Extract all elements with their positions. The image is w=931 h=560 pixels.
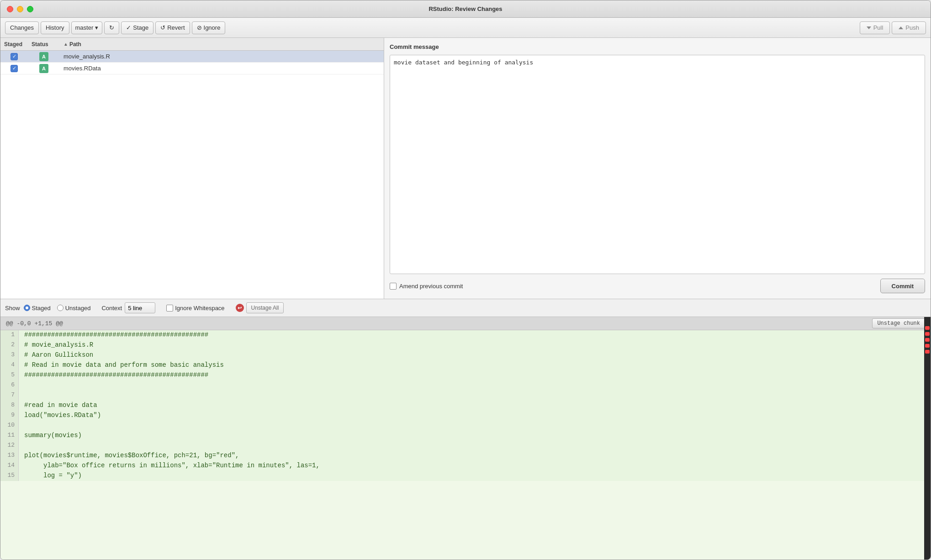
unstage-chunk-button[interactable]: Unstage chunk xyxy=(872,318,925,328)
staged-column-header: Staged xyxy=(0,41,28,48)
changes-tab[interactable]: Changes xyxy=(5,21,39,34)
diff-line: 10 xyxy=(0,421,931,431)
scroll-indicator-dot xyxy=(925,350,930,354)
branch-selector[interactable]: master ▾ xyxy=(71,21,103,34)
staged-radio[interactable]: Staged xyxy=(24,305,51,312)
staged-checkbox[interactable] xyxy=(11,53,18,60)
scroll-indicator-dot xyxy=(925,338,930,342)
scroll-indicator-dot xyxy=(925,332,930,336)
stage-checkmark-icon: ✓ xyxy=(126,24,131,31)
ignore-button[interactable]: ⊘ Ignore xyxy=(192,21,226,34)
staged-checkbox[interactable] xyxy=(11,65,18,72)
main-window: RStudio: Review Changes Changes History … xyxy=(0,0,931,560)
unstage-all-button[interactable]: Unstage All xyxy=(246,302,284,313)
staged-radio-group: Staged Unstaged xyxy=(24,305,91,312)
diff-line: 1 ######################################… xyxy=(0,330,931,340)
push-arrow-icon xyxy=(899,26,903,29)
diff-line: 8 #read in movie data xyxy=(0,401,931,411)
diff-line-content: ########################################… xyxy=(19,370,931,380)
changes-label: Changes xyxy=(10,24,34,31)
maximize-button[interactable] xyxy=(27,6,33,12)
unstage-all-wrapper: ↩ Unstage All xyxy=(236,302,284,313)
commit-bottom: Amend previous commit Commit xyxy=(390,279,925,293)
close-button[interactable] xyxy=(7,6,13,12)
main-content: Staged Status ▲ Path A xyxy=(0,38,931,299)
history-label: History xyxy=(46,24,64,31)
diff-line-number: 7 xyxy=(0,391,19,401)
diff-hunk-header: @@ -0,0 +1,15 @@ Unstage chunk xyxy=(0,317,931,330)
stage-button[interactable]: ✓ Stage xyxy=(121,21,153,34)
status-column-header: Status xyxy=(28,41,60,48)
refresh-button[interactable]: ↻ xyxy=(104,21,119,34)
ignore-whitespace-wrapper[interactable]: Ignore Whitespace xyxy=(166,305,224,312)
scroll-indicators xyxy=(924,317,931,560)
diff-line-content: #read in movie data xyxy=(19,401,931,411)
context-dropdown[interactable]: 5 line 3 line 10 line xyxy=(125,302,155,313)
window-title: RStudio: Review Changes xyxy=(428,5,502,12)
diff-line-number: 2 xyxy=(0,340,19,350)
commit-message-label: Commit message xyxy=(390,43,925,50)
context-wrapper: Context 5 line 3 line 10 line xyxy=(101,302,155,313)
table-row[interactable]: A movies.RData xyxy=(0,63,384,74)
diff-line-content xyxy=(19,441,931,451)
branch-dropdown-icon: ▾ xyxy=(95,24,98,31)
diff-line: 15 log = "y") xyxy=(0,471,931,481)
diff-line-content: ylab="Box office returns in millions", x… xyxy=(19,461,931,471)
staged-cell xyxy=(0,65,28,72)
window-controls xyxy=(7,6,33,12)
history-tab[interactable]: History xyxy=(41,21,69,34)
diff-line-content: # Aaron Gullickson xyxy=(19,350,931,360)
ignore-whitespace-label: Ignore Whitespace xyxy=(175,305,224,312)
status-cell: A xyxy=(28,64,60,73)
diff-line: 5 ######################################… xyxy=(0,370,931,380)
diff-line: 6 xyxy=(0,380,931,391)
revert-button[interactable]: ↺ Revert xyxy=(155,21,190,34)
path-column-header: ▲ Path xyxy=(60,41,384,48)
diff-line: 12 xyxy=(0,441,931,451)
diff-line-content xyxy=(19,421,931,431)
unstage-all-icon: ↩ xyxy=(236,304,244,312)
status-cell: A xyxy=(28,52,60,61)
diff-line-number: 4 xyxy=(0,360,19,370)
path-cell: movies.RData xyxy=(60,65,384,72)
context-label: Context xyxy=(101,305,122,312)
pull-button[interactable]: Pull xyxy=(860,21,890,34)
diff-line-number: 15 xyxy=(0,471,19,481)
diff-wrapper: @@ -0,0 +1,15 @@ Unstage chunk 1 #######… xyxy=(0,317,931,560)
diff-toolbar: Show Staged Unstaged Context 5 line 3 li… xyxy=(0,299,931,317)
commit-message-textarea[interactable]: movie dataset and beginning of analysis xyxy=(390,55,925,274)
status-badge: A xyxy=(39,52,48,61)
unstaged-radio[interactable]: Unstaged xyxy=(57,305,91,312)
ignore-whitespace-checkbox[interactable] xyxy=(166,305,173,312)
push-button[interactable]: Push xyxy=(892,21,926,34)
revert-label: Revert xyxy=(167,24,185,31)
diff-line-number: 9 xyxy=(0,411,19,421)
amend-previous-label[interactable]: Amend previous commit xyxy=(390,283,463,290)
push-label: Push xyxy=(905,24,919,31)
amend-checkbox[interactable] xyxy=(390,283,397,290)
commit-button[interactable]: Commit xyxy=(880,279,925,293)
diff-content[interactable]: @@ -0,0 +1,15 @@ Unstage chunk 1 #######… xyxy=(0,317,931,560)
table-row[interactable]: A movie_analysis.R xyxy=(0,51,384,63)
diff-line-content: # Read in movie data and perform some ba… xyxy=(19,360,931,370)
diff-line: 7 xyxy=(0,391,931,401)
diff-line: 3 # Aaron Gullickson xyxy=(0,350,931,360)
status-badge: A xyxy=(39,64,48,73)
ignore-icon: ⊘ xyxy=(197,24,202,31)
unstaged-radio-circle[interactable] xyxy=(57,305,63,311)
diff-line-number: 1 xyxy=(0,330,19,340)
hunk-header-text: @@ -0,0 +1,15 @@ xyxy=(6,320,63,327)
path-cell: movie_analysis.R xyxy=(60,53,384,60)
titlebar: RStudio: Review Changes xyxy=(0,0,931,18)
diff-line: 2 # movie_analysis.R xyxy=(0,340,931,350)
sort-arrow-icon: ▲ xyxy=(63,42,68,47)
diff-line-number: 3 xyxy=(0,350,19,360)
diff-line: 4 # Read in movie data and perform some … xyxy=(0,360,931,370)
revert-icon: ↺ xyxy=(160,24,165,31)
minimize-button[interactable] xyxy=(17,6,23,12)
staged-radio-circle[interactable] xyxy=(24,305,30,311)
diff-line-number: 12 xyxy=(0,441,19,451)
diff-line: 9 load("movies.RData") xyxy=(0,411,931,421)
main-toolbar: Changes History master ▾ ↻ ✓ Stage ↺ Rev… xyxy=(0,18,931,38)
diff-line-content: load("movies.RData") xyxy=(19,411,931,421)
